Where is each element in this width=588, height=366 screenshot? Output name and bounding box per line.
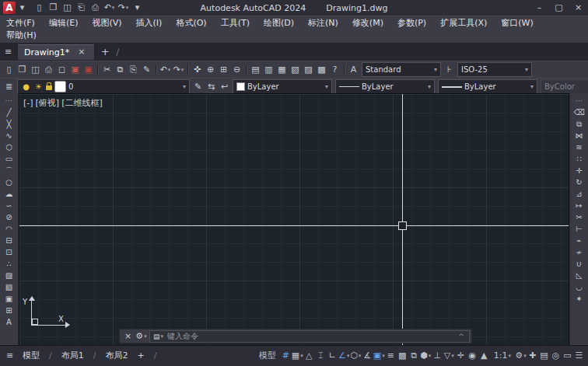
redo-button[interactable]: ↷▾ xyxy=(117,2,130,14)
layer-properties-manager-icon[interactable]: ≣ xyxy=(2,81,16,93)
customization-button[interactable]: ☰ xyxy=(573,348,585,364)
plot-button[interactable]: ⎙ xyxy=(89,2,102,14)
table-icon[interactable]: ⊞ xyxy=(2,305,16,316)
join-icon[interactable]: ∪ xyxy=(572,258,586,270)
recent-commands-icon[interactable]: ▤▾ xyxy=(153,332,163,341)
transparency-toggle[interactable]: ▩ xyxy=(397,348,408,364)
command-customize-icon[interactable]: ⚙▾ xyxy=(135,330,148,343)
linetype-combo[interactable]: ByLayer ▾ xyxy=(335,79,435,94)
drawing-canvas[interactable]: [-][俯视][二维线框] Y X ×⚙▾ ▤▾ 键入命令 ^ xyxy=(19,93,569,346)
move-icon[interactable]: ✛ xyxy=(572,165,586,176)
insert-block-icon[interactable]: ⊟ xyxy=(2,235,16,246)
lineweight-combo[interactable]: ByLayer ▾ xyxy=(438,79,537,94)
redo-icon[interactable]: ↷▾ xyxy=(172,64,185,76)
autocad-logo[interactable]: A xyxy=(3,2,16,14)
selection-cycling-toggle[interactable]: ⧉ xyxy=(408,348,420,364)
break-icon[interactable]: ≁ xyxy=(572,246,586,258)
minimize-button[interactable]: – xyxy=(530,0,549,16)
layer-on-icon[interactable]: ● xyxy=(21,82,31,92)
dynamic-ucs-toggle[interactable]: ⊥ xyxy=(432,348,443,364)
grid-display-toggle[interactable]: # xyxy=(280,348,292,364)
menu-format[interactable]: 格式(O) xyxy=(176,17,206,30)
object-color-combo[interactable]: ByLayer ▾ xyxy=(233,79,332,94)
lineweight-display-toggle[interactable]: ≡ xyxy=(385,348,397,364)
trim-icon[interactable]: ✂ xyxy=(572,211,586,223)
gizmo-toggle[interactable]: ✛ xyxy=(455,348,467,364)
viewport-visual-style-control[interactable]: [二维线框] xyxy=(61,97,103,110)
extend-icon[interactable]: ⊢ xyxy=(572,223,586,235)
autoscale-toggle[interactable]: ▲ xyxy=(478,348,490,364)
layer-previous-icon[interactable]: ↩ xyxy=(218,81,231,93)
cut-icon[interactable]: ✂ xyxy=(100,64,114,76)
save-icon[interactable]: ◫ xyxy=(29,64,42,76)
revision-cloud-icon[interactable]: ☁ xyxy=(2,188,16,200)
layer-color-icon[interactable] xyxy=(54,81,66,92)
ortho-mode-toggle[interactable]: ∟ xyxy=(327,348,338,364)
menu-view[interactable]: 视图(V) xyxy=(92,17,121,30)
tool-palettes-icon[interactable]: ▦ xyxy=(275,64,289,76)
menu-file[interactable]: 文件(F) xyxy=(6,17,35,30)
layer-freeze-icon[interactable]: ☀ xyxy=(33,82,44,92)
model-paper-space-toggle[interactable]: 模型 xyxy=(255,348,280,364)
make-block-icon[interactable]: ⊡ xyxy=(2,246,16,258)
menu-edit[interactable]: 编辑(E) xyxy=(49,17,79,30)
quickcalc-icon[interactable]: ▩ xyxy=(315,64,328,76)
qnew-icon[interactable]: ▯ xyxy=(2,64,16,76)
zoom-realtime-icon[interactable]: ⊕ xyxy=(204,64,217,76)
erase-icon[interactable]: ⌫ xyxy=(572,106,586,118)
file-tab-list-icon[interactable]: ≡ xyxy=(2,46,15,58)
layout-tabs-menu-icon[interactable]: ≡ xyxy=(3,350,16,362)
menu-insert[interactable]: 插入(I) xyxy=(136,17,163,30)
menu-window[interactable]: 窗口(W) xyxy=(501,17,533,30)
construction-line-icon[interactable]: ╳ xyxy=(2,118,16,130)
polyline-icon[interactable]: ∿ xyxy=(2,130,16,141)
layer-lock-icon[interactable] xyxy=(46,85,52,90)
markup-set-manager-icon[interactable]: ▨ xyxy=(302,64,315,76)
menu-dimension[interactable]: 标注(N) xyxy=(308,17,338,30)
hatch-icon[interactable]: ▨ xyxy=(2,270,16,281)
layout-tab-layout1[interactable]: 布局1 xyxy=(57,348,89,364)
zoom-previous-icon[interactable]: ⊖ xyxy=(230,64,243,76)
open-icon[interactable]: ❒ xyxy=(16,64,29,76)
zoom-window-icon[interactable]: ⊞ xyxy=(217,64,230,76)
layout-tab-layout2[interactable]: 布局2 xyxy=(100,348,132,364)
annotation-scale-control[interactable]: 1:1▾ xyxy=(490,348,515,364)
polygon-icon[interactable]: ⬡ xyxy=(2,141,16,153)
menu-express-tools[interactable]: 扩展工具(X) xyxy=(440,17,487,30)
3d-object-snap-toggle[interactable]: ⬢▾ xyxy=(420,348,432,364)
menu-modify[interactable]: 修改(M) xyxy=(352,17,383,30)
clean-screen-toggle[interactable]: ▭ xyxy=(562,348,573,364)
offset-icon[interactable]: ≋ xyxy=(572,141,586,153)
isometric-drafting-toggle[interactable]: ⬡▾ xyxy=(350,348,362,364)
plot-preview-icon[interactable]: ◻ xyxy=(55,64,68,76)
menu-draw[interactable]: 绘图(D) xyxy=(264,17,294,30)
mirror-icon[interactable]: ⋈ xyxy=(572,130,586,141)
stretch-icon[interactable]: ↦ xyxy=(572,200,586,211)
annotation-visibility-toggle[interactable]: ◉ xyxy=(467,348,478,364)
publish-icon[interactable]: ▣ xyxy=(68,64,82,76)
dim-style-combo[interactable]: ISO-25 ▾ xyxy=(457,62,532,77)
isolate-objects-toggle[interactable]: ◎ xyxy=(550,348,562,364)
region-icon[interactable]: ▣ xyxy=(2,293,16,305)
designcenter-icon[interactable]: ▥ xyxy=(262,64,275,76)
gradient-icon[interactable]: ▧ xyxy=(2,281,16,293)
menu-help[interactable]: 帮助(H) xyxy=(6,30,37,42)
fillet-icon[interactable]: ◡ xyxy=(572,281,586,293)
selection-filtering-toggle[interactable]: ▽▾ xyxy=(443,348,455,364)
new-drawing-tab-button[interactable]: + xyxy=(98,45,112,59)
workspace-switching-control[interactable]: ⚙▾ xyxy=(515,348,527,364)
app-menu-caret-icon[interactable]: ▾ xyxy=(16,2,29,14)
dim-style-icon[interactable]: ⊦ xyxy=(443,64,456,76)
viewport-controls-menu[interactable]: [-] xyxy=(23,97,33,110)
tab-close-icon[interactable]: × xyxy=(75,46,88,58)
scale-icon[interactable]: ⊿ xyxy=(572,188,586,200)
open-button[interactable]: ❒ xyxy=(47,2,60,14)
new-layout-button[interactable]: + xyxy=(132,348,149,364)
object-snap-tracking-toggle[interactable]: ∡ xyxy=(362,348,373,364)
layout-tab-model[interactable]: 模型 xyxy=(18,348,44,364)
sheet-set-manager-icon[interactable]: ▧ xyxy=(289,64,302,76)
undo-icon[interactable]: ↶▾ xyxy=(159,64,172,76)
dynamic-input-toggle[interactable]: ⌶ xyxy=(315,348,327,364)
text-style-icon[interactable]: A xyxy=(347,64,360,76)
snap-mode-toggle[interactable]: ▦▾ xyxy=(292,348,303,364)
